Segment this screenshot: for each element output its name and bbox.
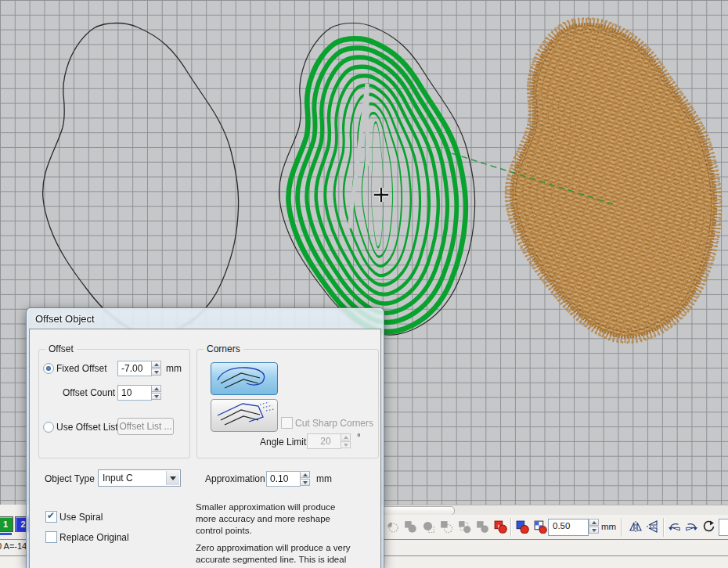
- angle-limit-input[interactable]: 20: [307, 433, 341, 449]
- replace-original-checkbox[interactable]: [45, 531, 57, 543]
- offset-group-label: Offset: [45, 343, 77, 354]
- rotate-reset-icon[interactable]: [701, 519, 715, 534]
- fixed-offset-unit: mm: [166, 363, 182, 374]
- object-order-icon[interactable]: [515, 519, 529, 534]
- color-swatch-1[interactable]: 1: [0, 516, 13, 532]
- offset-object-dialog[interactable]: Offset Object Offset Fixed Offset -7.00 …: [26, 307, 384, 568]
- angle-limit-spinner[interactable]: [341, 433, 352, 449]
- split-disabled-icon[interactable]: [439, 519, 453, 534]
- fixed-offset-radio[interactable]: [43, 363, 54, 374]
- object-type-label: Object Type: [45, 473, 95, 484]
- cut-disabled-icon[interactable]: [403, 519, 417, 534]
- corners-group-label: Corners: [204, 343, 243, 354]
- use-offset-list-label: Use Offset List: [56, 422, 117, 433]
- mirror-vertical-icon[interactable]: [646, 519, 660, 534]
- angle-limit-unit: °: [357, 432, 361, 443]
- sharp-corners-preview-icon: [211, 400, 277, 431]
- outline-width-spinner[interactable]: [589, 519, 600, 534]
- application-window: { "dialog": { "title": "Offset Object", …: [0, 0, 728, 568]
- fixed-offset-label: Fixed Offset: [56, 363, 106, 374]
- fill-hole-disabled-icon[interactable]: [421, 519, 435, 534]
- stitched-shape[interactable]: [506, 19, 721, 343]
- replace-original-label: Replace Original: [59, 532, 129, 543]
- mirror-horizontal-icon[interactable]: [629, 519, 643, 534]
- offset-count-spinner[interactable]: [151, 385, 163, 401]
- rotate-angle-input[interactable]: [719, 519, 728, 536]
- remove-overlaps-icon[interactable]: [493, 519, 507, 534]
- use-offset-list-radio[interactable]: [43, 422, 54, 433]
- dialog-title: Offset Object: [35, 313, 95, 325]
- corners-group: Corners Cut Sharp Corners Angle Limit 20: [196, 349, 379, 458]
- knife-disabled-icon[interactable]: [385, 519, 399, 534]
- fixed-offset-spinner[interactable]: [151, 361, 163, 376]
- approximation-spinner[interactable]: [300, 471, 312, 487]
- weld-disabled-icon[interactable]: [475, 519, 489, 534]
- approximation-note-1: Smaller approximation will produce more …: [196, 501, 354, 537]
- offset-list-button[interactable]: Offset List ...: [117, 418, 174, 435]
- round-corners-button[interactable]: [211, 362, 278, 395]
- approximation-unit: mm: [316, 473, 332, 484]
- sharp-corners-button[interactable]: [211, 399, 278, 432]
- angle-limit-label: Angle Limit: [260, 437, 302, 448]
- outline-width-input[interactable]: 0.50: [548, 519, 589, 536]
- offset-rings: [288, 38, 465, 331]
- round-corners-preview-icon: [211, 363, 277, 394]
- offset-count-input[interactable]: 10: [117, 385, 152, 401]
- offset-group: Offset Fixed Offset -7.00 mm Offset Coun…: [38, 349, 190, 458]
- rotate-left-icon[interactable]: [668, 519, 682, 534]
- use-spiral-checkbox[interactable]: [45, 511, 57, 523]
- fixed-offset-input[interactable]: -7.00: [117, 361, 152, 376]
- object-type-dropdown[interactable]: Input C: [98, 469, 181, 487]
- current-color-indicator: [0, 533, 12, 535]
- merge-disabled-icon[interactable]: [457, 519, 471, 534]
- cut-sharp-corners-checkbox[interactable]: [281, 417, 293, 429]
- rotate-right-icon[interactable]: [684, 519, 698, 534]
- dropdown-arrow-icon[interactable]: [166, 471, 179, 485]
- approximation-note-2: Zero approximation will produce a very a…: [196, 542, 354, 568]
- object-type-value: Input C: [103, 473, 133, 484]
- status-text: 0 A=-14: [0, 541, 27, 551]
- crosshair-cursor: [374, 188, 388, 202]
- offset-count-label: Offset Count: [63, 387, 111, 398]
- dialog-content: Offset Fixed Offset -7.00 mm Offset Coun…: [30, 329, 380, 568]
- horizontal-scrollbar[interactable]: [376, 505, 728, 516]
- width-unit-label: mm: [601, 522, 616, 531]
- outline-shape[interactable]: [43, 23, 239, 335]
- approximation-label: Approximation: [205, 473, 265, 484]
- offset-preview-shape[interactable]: [279, 23, 475, 335]
- cut-sharp-corners-label: Cut Sharp Corners: [295, 418, 373, 429]
- approximation-input[interactable]: 0.10: [266, 471, 301, 487]
- spiral-seam: [349, 84, 367, 228]
- pattern-stamp-icon[interactable]: [533, 519, 547, 534]
- use-spiral-label: Use Spiral: [59, 512, 103, 523]
